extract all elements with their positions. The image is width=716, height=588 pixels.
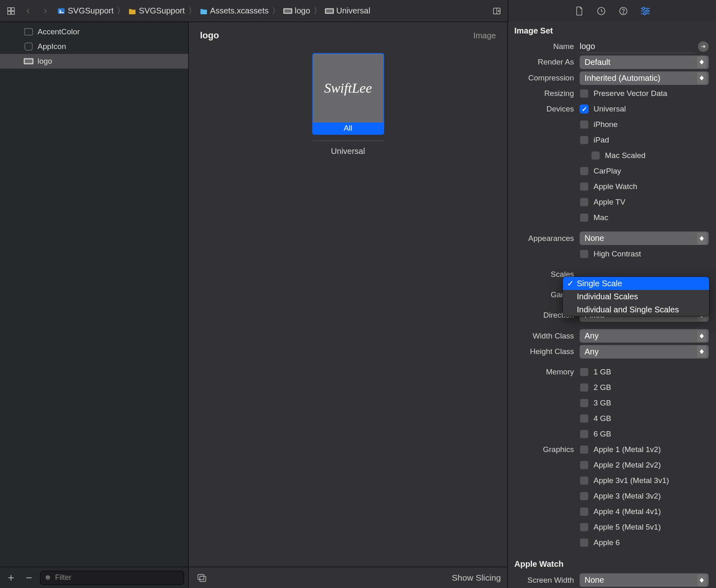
graphics-checkbox[interactable] [580,538,589,547]
render-as-select[interactable]: Default [580,56,709,69]
height-class-select[interactable]: Any [580,345,709,359]
breadcrumb-item[interactable]: logo [282,5,312,16]
screen-width-select[interactable]: None [580,573,709,587]
canvas-title: logo [200,30,219,41]
image-well[interactable]: SwiftLee All [312,53,384,135]
graphics-option-label: Apple 3 (Metal 3v2) [594,492,661,501]
graphics-checkbox[interactable] [580,476,589,485]
screen-width-value: None [585,575,604,585]
chevron-right-icon: 〉 [116,5,126,16]
nav-back-icon[interactable] [21,4,35,18]
memory-checkbox[interactable] [580,383,589,392]
inspector-tab-attributes[interactable] [638,4,652,18]
related-items-icon[interactable] [4,4,18,18]
device-option-label: CarPlay [594,167,621,176]
svg-marker-40 [700,78,704,80]
nav-forward-icon[interactable] [38,4,52,18]
inspector-tab-file[interactable] [572,4,586,18]
remove-asset-button[interactable] [22,571,36,585]
breadcrumb-item[interactable]: SVGSupport [56,5,115,16]
image-thumbnail: SwiftLee [313,54,383,122]
go-arrow-icon[interactable] [698,41,709,52]
device-option-label: Universal [594,105,626,114]
scales-option[interactable]: Individual Scales [563,290,709,303]
svg-rect-9 [326,9,333,12]
memory-checkbox[interactable] [580,368,589,376]
high-contrast-checkbox[interactable] [580,249,589,258]
height-class-label: Height Class [508,347,580,356]
render-as-value: Default [585,58,610,67]
graphics-label: Graphics [508,445,580,454]
svg-marker-46 [700,336,704,339]
graphics-checkbox[interactable] [580,523,589,532]
memory-checkbox[interactable] [580,399,589,408]
width-class-select[interactable]: Any [580,329,709,343]
preserve-vector-checkbox[interactable] [580,89,589,98]
device-checkbox[interactable] [580,136,589,145]
asset-outline: AccentColor AppIcon logo [0,22,188,567]
graphics-checkbox[interactable] [580,492,589,501]
graphics-option-label: Apple 3v1 (Metal 3v1) [594,476,669,485]
scales-option-label: Individual and Single Scales [577,305,679,314]
svg-rect-1 [11,7,14,10]
memory-checkbox[interactable] [580,430,589,439]
scales-option[interactable]: Individual and Single Scales [563,303,709,316]
imageset-icon [24,58,33,65]
chevron-right-icon: 〉 [313,5,322,16]
add-editor-icon[interactable] [490,4,504,18]
svg-marker-38 [700,62,704,65]
inspector-tab-help[interactable] [616,4,630,18]
svg-point-16 [623,13,624,13]
svg-point-18 [642,7,645,10]
add-asset-button[interactable] [4,571,18,585]
memory-checkbox[interactable] [580,414,589,423]
slicing-mode-icon[interactable] [195,571,209,585]
high-contrast-label: High Contrast [594,249,641,258]
device-checkbox[interactable] [580,198,589,207]
image-slot-caption: Universal [312,140,384,156]
device-checkbox[interactable] [580,182,589,191]
breadcrumb-item[interactable]: SVGSupport [127,5,186,16]
svg-rect-34 [198,574,204,579]
stepper-icon [697,346,706,357]
sidebar-item-logo[interactable]: logo [0,54,188,69]
svg-rect-7 [285,9,291,12]
graphics-checkbox[interactable] [580,461,589,470]
device-checkbox[interactable] [580,167,589,176]
graphics-checkbox[interactable] [580,445,589,454]
compression-value: Inherited (Automatic) [585,74,660,83]
device-checkbox[interactable] [580,213,589,222]
graphics-option-label: Apple 6 [594,538,620,547]
compression-select[interactable]: Inherited (Automatic) [580,71,709,85]
filter-field[interactable] [40,571,184,585]
name-input[interactable] [580,40,695,53]
svg-rect-23 [24,29,33,35]
graphics-checkbox[interactable] [580,507,589,516]
device-checkbox[interactable] [580,120,589,129]
sidebar-item-accentcolor[interactable]: AccentColor [0,24,188,39]
inspector-tab-history[interactable] [594,4,608,18]
appicon-icon [24,43,33,50]
colorset-icon [24,28,33,36]
sidebar-item-label: AccentColor [38,27,80,36]
chevron-right-icon: 〉 [271,5,281,16]
stepper-icon [697,72,706,84]
sidebar-item-label: logo [38,57,52,66]
graphics-option-label: Apple 4 (Metal 4v1) [594,507,661,516]
stepper-icon [697,575,706,586]
sidebar-item-appicon[interactable]: AppIcon [0,39,188,54]
device-option-label: Apple Watch [594,182,637,191]
chevron-right-icon: 〉 [187,5,197,16]
scales-option[interactable]: ✓ Single Scale [563,277,709,290]
filter-input[interactable] [55,573,180,582]
device-checkbox[interactable] [591,151,600,160]
device-checkbox[interactable] [580,105,589,114]
resizing-label: Resizing [508,89,580,98]
breadcrumb-item[interactable]: Universal [323,5,372,16]
graphics-option-label: Apple 1 (Metal 1v2) [594,445,661,454]
breadcrumb-item[interactable]: Assets.xcassets [198,5,270,16]
canvas-kind: Image [473,31,496,40]
svg-rect-3 [11,11,14,14]
show-slicing-button[interactable]: Show Slicing [452,573,501,583]
appearances-select[interactable]: None [580,232,709,245]
